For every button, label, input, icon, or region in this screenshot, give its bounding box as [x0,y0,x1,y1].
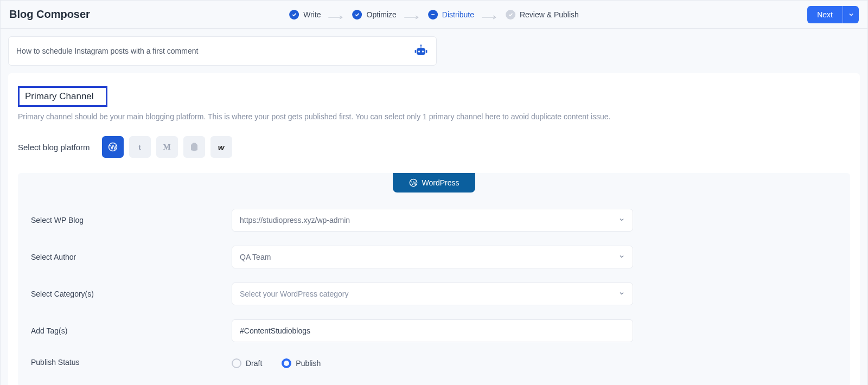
platform-webflow[interactable]: w [210,136,232,158]
chevron-down-icon [848,11,854,18]
wp-blog-select[interactable]: https://studiopress.xyz/wp-admin [232,209,633,232]
status-publish-label: Publish [296,359,321,368]
post-title-text: How to schedule Instagram posts with a f… [16,47,198,55]
next-dropdown-button[interactable] [843,6,859,23]
wordpress-icon [409,178,418,187]
arrow-right-icon [482,12,498,17]
wordpress-tab-label: WordPress [422,178,459,187]
author-label: Select Author [31,253,232,261]
shopify-icon [189,142,199,152]
category-label: Select Category(s) [31,290,232,298]
svg-rect-6 [417,48,425,55]
radio-icon [232,358,241,368]
author-value: QA Team [240,253,271,261]
step-distribute[interactable]: Distribute [428,10,474,20]
platform-medium[interactable]: M [156,136,178,158]
svg-rect-9 [415,50,417,53]
arrow-right-icon [404,12,420,17]
check-icon [353,10,362,20]
author-select[interactable]: QA Team [232,246,633,268]
minus-icon [428,10,438,20]
svg-rect-5 [420,46,421,48]
wordpress-form: WordPress Select WP Blog https://studiop… [18,173,850,385]
chevron-down-icon [618,290,625,298]
step-label: Write [303,10,321,19]
category-placeholder: Select your WordPress category [240,290,349,298]
radio-icon [282,358,291,368]
svg-point-8 [422,50,424,53]
ai-bot-icon[interactable] [413,43,429,59]
next-button[interactable]: Next [807,6,843,23]
status-draft-label: Draft [246,359,262,368]
primary-channel-heading: Primary Channel [18,86,107,107]
platform-tumblr[interactable]: t [129,136,151,158]
tumblr-icon: t [138,143,141,152]
chevron-down-icon [618,216,625,224]
step-label: Distribute [442,10,474,19]
tags-input[interactable] [232,319,633,342]
check-icon [289,10,299,20]
status-draft-radio[interactable]: Draft [232,358,262,368]
platform-pills: t M w [102,136,232,158]
step-label: Review & Publish [520,10,579,19]
next-button-group: Next [807,6,859,23]
content-area: How to schedule Instagram posts with a f… [1,29,867,385]
primary-channel-desc: Primary channel should be your main blog… [18,112,850,121]
wordpress-icon [108,142,118,152]
step-label: Optimize [367,10,397,19]
post-title-input[interactable]: How to schedule Instagram posts with a f… [8,36,437,66]
wp-blog-label: Select WP Blog [31,216,232,224]
category-select[interactable]: Select your WordPress category [232,283,633,305]
platform-wordpress[interactable] [102,136,124,158]
select-platform-label: Select blog platform [18,143,90,152]
svg-point-7 [418,50,420,53]
medium-icon: M [163,143,170,152]
primary-channel-panel: Primary Channel Primary channel should b… [8,73,860,385]
step-write[interactable]: Write [289,10,321,20]
chevron-down-icon [618,253,625,261]
status-publish-radio[interactable]: Publish [282,358,321,368]
wordpress-tab[interactable]: WordPress [393,173,476,193]
platform-shopify[interactable] [183,136,205,158]
svg-rect-10 [426,50,427,53]
page-title: Blog Composer [9,8,90,21]
status-label: Publish Status [31,358,232,367]
webflow-icon: w [218,143,225,152]
step-optimize[interactable]: Optimize [353,10,397,20]
stepper: Write Optimize Distribute [289,10,579,20]
check-icon [506,10,515,20]
wp-blog-value: https://studiopress.xyz/wp-admin [240,216,350,224]
step-review[interactable]: Review & Publish [506,10,579,20]
tags-label: Add Tag(s) [31,326,232,335]
topbar: Blog Composer Write Optimize [1,1,867,29]
arrow-right-icon [329,12,345,17]
